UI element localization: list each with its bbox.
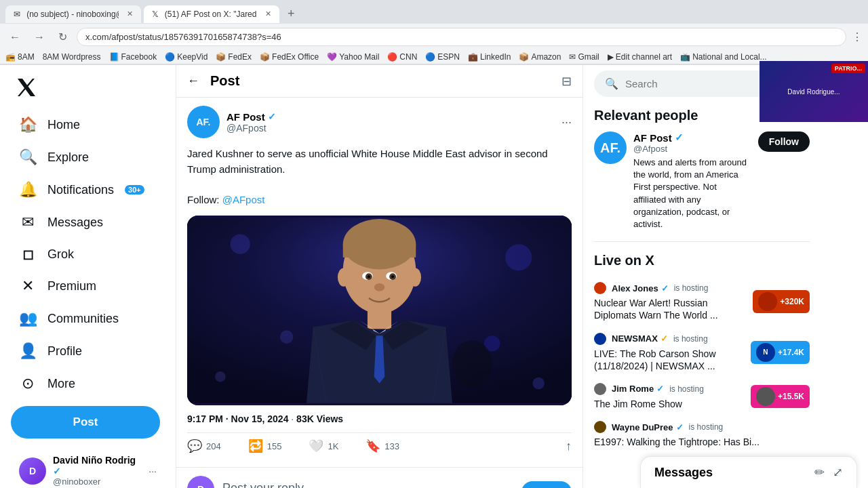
live-host-avatar-wayne	[594, 421, 606, 433]
live-title-newsmax: LIVE: The Rob Carson Show (11/18/2024) |…	[594, 348, 745, 372]
bookmark-keepvid[interactable]: 🔵 KeepVid	[165, 52, 208, 62]
compose-message-icon[interactable]: ✏	[814, 465, 825, 480]
sidebar-item-label-notifications: Notifications	[47, 183, 114, 197]
tab-twitter[interactable]: 𝕏 (51) AF Post on X: "Jared Kush... ✕	[144, 5, 279, 23]
sidebar-item-premium[interactable]: ✕ Premium	[11, 270, 165, 302]
bookmark-fedex[interactable]: 📦 FedEx	[216, 52, 252, 62]
sidebar-item-grok[interactable]: ◻ Grok	[11, 239, 165, 269]
tweet-author-row: AF. AF Post ✓ @AFpost ···	[187, 106, 572, 138]
like-action-button[interactable]: 🤍 1K	[309, 439, 338, 453]
twitter-logo[interactable]	[11, 72, 165, 105]
bookmark-linkedin[interactable]: 💼 LinkedIn	[468, 52, 511, 62]
bookmark-action-button[interactable]: 🔖 133	[366, 439, 399, 453]
bookmark-gmail[interactable]: ✉ Gmail	[569, 52, 599, 62]
browser-search-button[interactable]: ⋮	[852, 30, 863, 43]
post-button[interactable]: Post	[11, 406, 160, 439]
live-item-jim-rome[interactable]: Jim Rome ✓ is hosting The Jim Rome Show …	[594, 378, 810, 415]
tweet-metadata: 9:17 PM · Nov 15, 2024 · 83K Views	[187, 413, 572, 424]
section-divider	[594, 241, 810, 242]
detail-view-icon[interactable]: ⊟	[561, 74, 572, 89]
tweet-author-handle: @AFpost	[226, 123, 555, 134]
sidebar-item-more[interactable]: ⊙ More	[11, 368, 165, 399]
reload-button[interactable]: ↻	[54, 28, 71, 46]
live-host-name-jimrome: Jim Rome ✓	[612, 384, 664, 394]
back-arrow-button[interactable]: ←	[187, 74, 199, 88]
follow-button[interactable]: Follow	[758, 131, 810, 152]
tab-email[interactable]: ✉ (no subject) - ninoboxing@gm... ✕	[5, 5, 141, 23]
bookmark-count: 133	[384, 441, 399, 451]
forward-button[interactable]: →	[30, 28, 49, 46]
tweet-image[interactable]	[187, 216, 572, 405]
sidebar-user-verified: ✓	[53, 466, 61, 476]
post-header: ← Post ⊟	[176, 65, 583, 98]
bookmark-amazon[interactable]: 📦 Amazon	[519, 52, 561, 62]
live-thumb-newsmax: N	[756, 343, 775, 362]
svg-point-19	[280, 330, 294, 344]
retweet-action-button[interactable]: 🔁 155	[248, 439, 282, 453]
bookmark-8am[interactable]: 📻 8AM	[5, 52, 35, 62]
sidebar-user-info: David Niño Rodrig ✓ @ninoboxer	[53, 455, 142, 487]
live-item-alex-jones[interactable]: Alex Jones ✓ is hosting Nuclear War Aler…	[594, 277, 810, 327]
tweet-author-avatar[interactable]: AF.	[187, 106, 220, 138]
sidebar-handle: @ninoboxer	[53, 476, 142, 487]
bookmark-facebook[interactable]: 📘 Facebook	[109, 52, 157, 62]
bookmark-fedex-office[interactable]: 📦 FedEx Office	[260, 52, 319, 62]
svg-rect-4	[343, 244, 416, 258]
tweet-more-button[interactable]: ···	[561, 115, 572, 129]
svg-rect-14	[368, 309, 391, 329]
svg-point-6	[409, 268, 421, 286]
video-overlay: PATRIO... David Rodrigue...	[760, 61, 868, 122]
sidebar-item-notifications[interactable]: 🔔 Notifications 30+	[11, 174, 165, 205]
reply-button[interactable]: Reply	[521, 481, 572, 488]
live-host-row-wayne: Wayne DuPree ✓ is hosting	[594, 421, 774, 433]
live-item-newsmax[interactable]: NEWSMAX ✓ is hosting LIVE: The Rob Carso…	[594, 327, 810, 378]
back-button[interactable]: ←	[5, 28, 24, 46]
kushner-photo	[187, 216, 572, 405]
live-count-jimrome: +15.5K	[751, 385, 810, 408]
relevant-person-name: AF Post ✓	[633, 131, 751, 144]
right-sidebar: 🔍 Relevant people AF. AF Post ✓ @Afpost …	[583, 65, 821, 488]
sidebar-item-home[interactable]: 🏠 Home	[11, 109, 165, 140]
browser-chrome: ✉ (no subject) - ninoboxing@gm... ✕ 𝕏 (5…	[0, 0, 868, 65]
sidebar-item-label-profile: Profile	[47, 344, 82, 359]
sidebar-item-explore[interactable]: 🔍 Explore	[11, 142, 165, 173]
bookmark-8am-wordpress[interactable]: 8AM Wordpress	[43, 52, 101, 62]
live-title-jimrome: The Jim Rome Show	[594, 398, 745, 410]
grok-icon: ◻	[19, 246, 37, 262]
reply-action-button[interactable]: 💬 204	[187, 439, 221, 453]
address-bar[interactable]	[77, 28, 846, 46]
sidebar-user-avatar: D	[19, 458, 46, 485]
sidebar-item-messages[interactable]: ✉ Messages	[11, 207, 165, 238]
sidebar-user[interactable]: D David Niño Rodrig ✓ @ninoboxer ···	[11, 448, 165, 488]
sidebar-item-label-grok: Grok	[47, 247, 74, 262]
live-title-alex: Nuclear War Alert! Russian Diplomats War…	[594, 297, 747, 321]
notifications-badge: 30+	[125, 185, 144, 195]
expand-messages-icon[interactable]: ⤢	[833, 465, 843, 480]
live-item-wayne-dupree[interactable]: Wayne DuPree ✓ is hosting E1997: Walking…	[594, 415, 810, 453]
svg-point-17	[231, 235, 250, 254]
tweet-author-name: AF Post ✓	[226, 111, 555, 123]
live-count-newsmax: N +17.4K	[751, 341, 810, 364]
sidebar-item-profile[interactable]: 👤 Profile	[11, 336, 165, 367]
email-tab-favicon: ✉	[14, 9, 21, 19]
bookmark-espn[interactable]: 🔵 ESPN	[425, 52, 460, 62]
reply-input-area[interactable]: Post your reply	[222, 476, 513, 488]
video-label: David Rodrigue...	[782, 83, 845, 101]
messages-bar[interactable]: Messages ✏ ⤢	[640, 456, 857, 488]
bookmark-national[interactable]: 📺 National and Local...	[680, 52, 766, 62]
live-host-verified-alex: ✓	[661, 283, 669, 293]
sidebar-item-communities[interactable]: 👥 Communities	[11, 303, 165, 334]
reply-count: 204	[206, 441, 221, 451]
new-tab-button[interactable]: +	[282, 4, 300, 24]
bookmark-edit-channel[interactable]: ▶ Edit channel art	[608, 52, 672, 62]
follow-link[interactable]: @AFpost	[222, 194, 265, 205]
live-host-verified-jimrome: ✓	[656, 384, 664, 394]
live-hosting-badge-wayne: is hosting	[689, 422, 724, 432]
share-action-button[interactable]: ↑	[566, 439, 572, 453]
email-tab-close[interactable]: ✕	[127, 9, 133, 18]
bookmark-cnn[interactable]: 🔴 CNN	[387, 52, 417, 62]
bookmark-yahoo-mail[interactable]: 💜 Yahoo Mail	[327, 52, 379, 62]
reply-avatar: D	[187, 476, 214, 488]
twitter-tab-close[interactable]: ✕	[265, 9, 271, 18]
relevant-person-avatar[interactable]: AF.	[594, 131, 627, 164]
